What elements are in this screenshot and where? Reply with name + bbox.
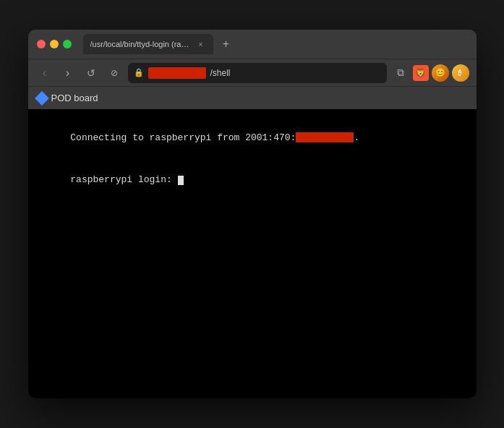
tab-title: /usr/local/bin/ttyd-login (raspberr... <box>90 40 192 48</box>
close-button[interactable] <box>37 40 46 48</box>
terminal-line-1: Connecting to raspberrypi from 2001:470:… <box>37 116 468 159</box>
bookmark-button[interactable]: ⊘ <box>105 64 124 82</box>
profile-button[interactable]: 😊 <box>432 64 449 82</box>
maximize-button[interactable] <box>63 40 72 48</box>
title-bar: /usr/local/bin/ttyd-login (raspberr... ×… <box>28 30 477 59</box>
tab-close-button[interactable]: × <box>196 39 206 49</box>
brave-shield-icon: 🦁 <box>415 68 426 78</box>
reload-icon: ↺ <box>87 67 95 79</box>
traffic-lights <box>37 40 72 48</box>
pod-diamond-icon <box>35 91 49 106</box>
lock-icon: 🔒 <box>134 68 144 77</box>
terminal-cursor <box>178 176 184 185</box>
tab-area: /usr/local/bin/ttyd-login (raspberr... ×… <box>83 34 468 54</box>
terminal-line1-suffix: . <box>354 132 359 143</box>
brave-shield-button[interactable]: 🦁 <box>413 65 429 81</box>
address-redacted <box>148 67 206 79</box>
bookmark-icon: ⊘ <box>111 68 118 78</box>
back-icon: ‹ <box>43 67 46 80</box>
terminal-ip-redacted <box>296 132 354 142</box>
nav-bar: ‹ › ↺ ⊘ 🔒 /shell ⧉ 🦁 😊 ₿ <box>28 59 477 86</box>
pod-bar-label: POD board <box>51 93 98 103</box>
active-tab[interactable]: /usr/local/bin/ttyd-login (raspberr... × <box>83 34 213 54</box>
terminal-line-2: raspberrypi login: <box>37 159 468 202</box>
forward-button[interactable]: › <box>59 64 77 82</box>
pod-bar: POD board <box>28 86 477 109</box>
wallet-icon: ₿ <box>458 69 462 77</box>
browser-window: /usr/local/bin/ttyd-login (raspberr... ×… <box>28 30 477 398</box>
nav-extras: ⧉ 🦁 😊 ₿ <box>391 64 469 82</box>
avatar-icon: 😊 <box>435 68 445 77</box>
address-suffix: /shell <box>210 68 231 78</box>
new-tab-button[interactable]: + <box>218 35 235 53</box>
terminal-area[interactable]: Connecting to raspberrypi from 2001:470:… <box>28 109 477 398</box>
forward-icon: › <box>66 67 69 80</box>
pip-icon: ⧉ <box>397 67 404 79</box>
back-button[interactable]: ‹ <box>35 64 54 82</box>
pip-button[interactable]: ⧉ <box>391 64 410 82</box>
reload-button[interactable]: ↺ <box>82 64 101 82</box>
wallet-button[interactable]: ₿ <box>452 64 469 82</box>
address-bar[interactable]: 🔒 /shell <box>128 63 387 83</box>
minimize-button[interactable] <box>50 40 59 48</box>
terminal-login-prompt: raspberrypi login: <box>70 174 177 185</box>
terminal-connecting-text: Connecting to raspberrypi from 2001:470: <box>70 132 296 143</box>
